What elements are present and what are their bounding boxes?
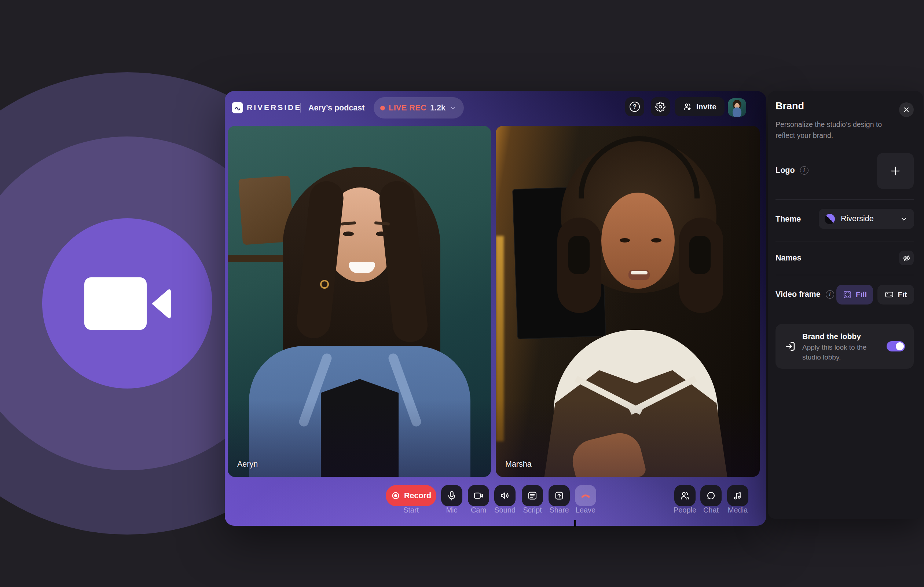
plus-icon — [889, 164, 902, 178]
brand-lobby-card: Brand the lobby Apply this look to the s… — [776, 324, 914, 369]
fill-label: Fill — [856, 290, 867, 299]
chat-button[interactable] — [700, 485, 722, 506]
share-button[interactable] — [549, 485, 570, 506]
brand-name: RIVERSIDE — [247, 103, 301, 112]
divider — [776, 275, 914, 275]
sound-button[interactable] — [494, 485, 516, 506]
chat-bubble-icon — [705, 490, 716, 501]
camera-button[interactable] — [468, 485, 489, 506]
video-frame-fill-button[interactable]: Fill — [837, 285, 873, 304]
frame-fit-icon — [884, 290, 894, 299]
mic-label: Mic — [446, 506, 457, 514]
video-frame-label: Video frame i — [776, 290, 834, 299]
user-avatar[interactable] — [728, 98, 746, 117]
scan-corners-icon — [843, 290, 852, 299]
script-label: Script — [523, 506, 541, 514]
speaker-icon — [499, 490, 510, 501]
participant-name-badge: Aeryn — [237, 460, 258, 469]
people-icon — [680, 490, 690, 501]
close-panel-button[interactable] — [899, 103, 914, 117]
headphone-cup — [568, 236, 590, 274]
share-label: Share — [549, 506, 569, 514]
topbar-divider — [300, 103, 301, 112]
person-turtleneck — [554, 330, 718, 477]
live-viewer-count: 1.2k — [430, 103, 446, 112]
media-label: Media — [728, 506, 747, 514]
theme-value: Riverside — [841, 214, 894, 223]
theme-dropdown[interactable]: Riverside — [819, 209, 914, 229]
document-lines-icon — [527, 490, 538, 501]
names-visibility-toggle[interactable] — [899, 251, 914, 265]
gear-icon — [655, 102, 665, 112]
record-label: Record — [404, 491, 431, 500]
chat-label: Chat — [703, 506, 719, 514]
person-hair — [561, 139, 716, 293]
invite-label: Invite — [696, 103, 716, 111]
brand-panel: Brand Personalize the studio’s design to… — [768, 91, 923, 519]
participant-tile-marsha: Marsha — [496, 126, 760, 477]
cam-label: Cam — [471, 506, 486, 514]
smile — [349, 262, 375, 273]
add-logo-button[interactable] — [877, 153, 914, 189]
person-jacket — [249, 346, 470, 477]
studio-window: RIVERSIDE Aery’s podcast LIVE REC 1.2k ?… — [225, 91, 766, 526]
person-face — [601, 193, 675, 289]
hand — [568, 428, 647, 477]
close-icon — [903, 106, 910, 113]
participant-tile-aeryn: Aeryn — [228, 126, 491, 477]
person-shirt — [321, 379, 399, 477]
brand-lobby-toggle[interactable] — [887, 341, 905, 351]
phone-down-icon — [580, 490, 591, 501]
settings-button[interactable] — [651, 97, 670, 116]
names-label: Names — [776, 253, 802, 263]
live-status: LIVE REC — [389, 103, 426, 112]
sound-label: Sound — [494, 506, 516, 514]
logo-label: Logo i — [776, 166, 808, 175]
enter-door-icon — [784, 340, 797, 352]
chevron-down-icon — [900, 215, 908, 223]
riverside-logo-icon — [232, 102, 243, 113]
video-frame-fit-button[interactable]: Fit — [878, 285, 914, 304]
video-camera-icon — [473, 490, 484, 501]
camera-icon — [84, 277, 172, 330]
participant-name-badge: Marsha — [505, 460, 532, 469]
person-hair — [283, 167, 441, 431]
panel-description: Personalize the studio’s design to refle… — [776, 119, 894, 141]
background-shelf — [238, 175, 294, 245]
music-note-icon — [732, 490, 743, 501]
eye-off-icon — [903, 254, 911, 262]
share-up-icon — [554, 490, 565, 501]
lobby-description: Apply this look to the studio lobby. — [802, 343, 868, 362]
mic-button[interactable] — [441, 485, 462, 506]
person-add-icon — [683, 102, 692, 112]
fit-label: Fit — [898, 290, 907, 299]
invite-button[interactable]: Invite — [675, 97, 724, 116]
lobby-title: Brand the lobby — [802, 332, 861, 341]
people-button[interactable] — [674, 485, 696, 506]
record-button[interactable]: Record — [386, 485, 436, 506]
person-face — [324, 187, 396, 282]
script-button[interactable] — [522, 485, 543, 506]
live-rec-badge[interactable]: LIVE REC 1.2k — [374, 97, 464, 119]
panel-title: Brand — [776, 101, 804, 112]
question-icon: ? — [630, 102, 640, 112]
help-button[interactable]: ? — [625, 97, 644, 116]
record-icon — [391, 491, 400, 500]
background-blackboard — [512, 186, 606, 339]
leave-button[interactable] — [575, 485, 596, 506]
microphone-icon — [446, 490, 457, 501]
chevron-down-icon — [449, 104, 457, 112]
playhead-marker — [574, 520, 576, 527]
info-icon[interactable]: i — [800, 166, 808, 175]
background-shelf-plank — [228, 255, 295, 262]
warm-light — [496, 236, 504, 441]
divider — [776, 241, 914, 241]
info-icon[interactable]: i — [826, 290, 834, 299]
theme-swatch-icon — [825, 214, 835, 224]
media-button[interactable] — [727, 485, 748, 506]
person-vest — [544, 368, 728, 477]
mouth — [629, 270, 650, 280]
toggle-knob — [896, 342, 904, 351]
leave-label: Leave — [576, 506, 596, 514]
theme-label: Theme — [776, 215, 801, 224]
